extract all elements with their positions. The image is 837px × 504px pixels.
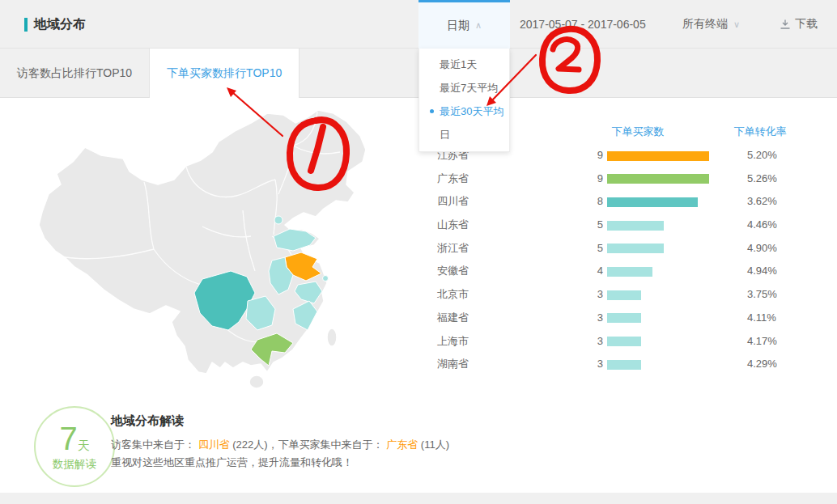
row-percent: 5.20% (747, 144, 777, 167)
row-value: 5 (437, 237, 603, 260)
insight-text: (222人)，下单买家集中来自于： (230, 438, 387, 451)
insight-text: (11人) (418, 438, 449, 451)
china-map (32, 105, 413, 392)
row-bar (607, 267, 652, 277)
tab-visitor-ratio-top10[interactable]: 访客数占比排行TOP10 (0, 49, 150, 97)
row-percent: 5.26% (747, 167, 777, 191)
province-link[interactable]: 四川省 (198, 438, 230, 451)
row-percent: 4.11% (747, 307, 776, 330)
row-bar (607, 174, 709, 184)
row-percent: 3.75% (747, 283, 777, 307)
row-bar (607, 221, 664, 231)
date-dropdown-menu: 最近1天最近7天平均最近30天平均日 (418, 49, 510, 152)
footer-strip (0, 493, 837, 504)
row-percent: 4.17% (747, 330, 777, 354)
row-bar (607, 313, 641, 323)
table-row: 四川省83.62% (437, 190, 818, 214)
title-accent-bar (24, 18, 28, 32)
table-row: 湖南省34.29% (437, 353, 818, 376)
row-value: 3 (437, 353, 603, 376)
chevron-down-icon: ∨ (733, 19, 740, 30)
page-title: 地域分布 (34, 16, 86, 33)
insight-badge: 7天 数据解读 (34, 406, 115, 487)
table-row: 北京市33.75% (437, 283, 818, 307)
insight-text: 访客集中来自于： (111, 438, 198, 451)
table-row: 浙江省54.90% (437, 237, 818, 260)
terminal-select[interactable]: 所有终端 ∨ (682, 0, 740, 49)
insight-line-1: 访客集中来自于： 四川省 (222人)，下单买家集中来自于： 广东省 (11人) (111, 438, 449, 452)
row-value: 8 (437, 190, 603, 214)
date-dropdown-button[interactable]: 日期 ∧ (418, 0, 510, 49)
table-row: 安徽省44.94% (437, 260, 818, 283)
bar-table: 江苏省95.20%广东省95.26%四川省83.62%山东省54.46%浙江省5… (437, 144, 818, 376)
row-value: 3 (437, 283, 603, 307)
column-header-buyers: 下单买家数 (593, 125, 682, 139)
terminal-label: 所有终端 (682, 17, 728, 32)
row-bar (607, 244, 664, 253)
menu-item-last-30-days-avg[interactable]: 最近30天平均 (419, 100, 509, 123)
download-button[interactable]: 下载 (780, 0, 818, 49)
page: 地域分布 日期 ∧ 2017-05-07 - 2017-06-05 所有终端 ∨… (0, 0, 837, 504)
row-percent: 3.62% (747, 190, 777, 214)
date-range: 2017-05-07 - 2017-06-05 (520, 0, 646, 49)
selected-dot-icon (430, 109, 434, 113)
row-value: 3 (437, 330, 603, 354)
insight-line-2: 重视对这些地区重点推广运营，提升流量和转化哦！ (111, 455, 353, 470)
row-percent: 4.94% (747, 260, 777, 283)
table-row: 福建省34.11% (437, 307, 818, 330)
row-percent: 4.29% (747, 353, 777, 376)
insight-title: 地域分布解读 (111, 413, 184, 429)
row-bar (607, 290, 641, 300)
badge-unit: 天 (78, 438, 90, 452)
row-value: 4 (437, 260, 603, 283)
table-row: 上海市34.17% (437, 330, 818, 354)
chevron-up-icon: ∧ (475, 20, 482, 31)
badge-days: 7 (59, 421, 77, 456)
table-row: 山东省54.46% (437, 214, 818, 237)
menu-item-last-1-day[interactable]: 最近1天 (419, 53, 509, 76)
row-bar (607, 360, 641, 370)
date-dropdown-label: 日期 (447, 19, 469, 33)
row-percent: 4.46% (747, 214, 777, 237)
download-label: 下载 (795, 17, 818, 32)
column-header-conversion: 下单转化率 (716, 125, 805, 139)
download-icon (780, 19, 791, 30)
table-row: 广东省95.26% (437, 167, 818, 191)
menu-item-day[interactable]: 日 (419, 123, 509, 146)
row-percent: 4.90% (747, 237, 777, 260)
row-bar (607, 151, 709, 161)
menu-item-last-7-days-avg[interactable]: 最近7天平均 (419, 76, 509, 100)
row-bar (607, 197, 698, 207)
row-bar (607, 337, 641, 346)
row-value: 5 (437, 214, 603, 237)
title-wrap: 地域分布 (24, 0, 86, 49)
tab-buyer-count-top10[interactable]: 下单买家数排行TOP10 (150, 49, 300, 98)
header: 地域分布 日期 ∧ 2017-05-07 - 2017-06-05 所有终端 ∨… (0, 0, 837, 49)
badge-label: 数据解读 (53, 457, 96, 472)
row-value: 9 (437, 167, 603, 191)
row-value: 3 (437, 307, 603, 330)
province-link[interactable]: 广东省 (386, 438, 418, 451)
